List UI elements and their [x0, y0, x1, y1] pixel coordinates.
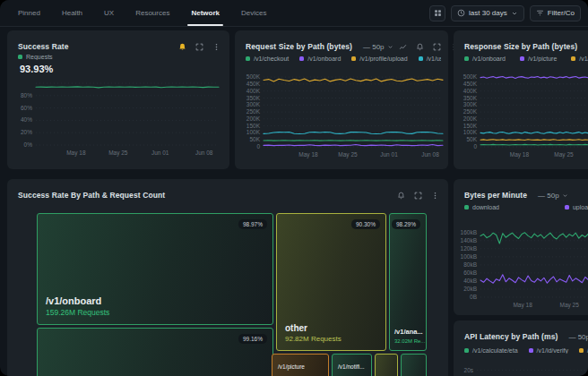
legend-item[interactable]: /v1/checkout — [246, 56, 289, 62]
percentile-label: — 50p — [568, 333, 588, 341]
success-rate-badge: 99.16% — [238, 334, 267, 344]
success-rate-chart[interactable]: 0%20%40%60%80%May 18May 25Jun 01Jun 08 — [16, 81, 220, 158]
legend-item[interactable]: /v1/user/<id>/profile — [419, 56, 441, 62]
legend-item[interactable]: /v1/picture — [520, 56, 557, 62]
expand-icon[interactable] — [433, 43, 441, 51]
treemap-cell-unlabeled[interactable]: 99.16% — [37, 328, 273, 376]
panel-title: Success Rate — [18, 42, 68, 51]
alert-bell-icon[interactable] — [397, 192, 405, 200]
legend-dot — [520, 56, 524, 61]
svg-text:Jun 01: Jun 01 — [151, 150, 169, 156]
tab-ux[interactable]: UX — [104, 0, 114, 26]
treemap-cell-other[interactable]: 90.30%other92.82M Requests — [276, 213, 386, 351]
tab-health[interactable]: Health — [62, 0, 82, 26]
percentile-dropdown[interactable]: — 50p — [568, 333, 588, 341]
dashboard-tabs: PinnedHealthUXResourcesNetworkDevices — [18, 0, 266, 26]
svg-text:May 25: May 25 — [560, 302, 580, 309]
tab-network[interactable]: Network — [191, 0, 220, 26]
path-success-header: Success Rate By Path & Request Count — [7, 179, 448, 202]
svg-text:50K: 50K — [466, 136, 477, 142]
percentile-dropdown[interactable]: — 50p — [538, 192, 568, 200]
apps-grid-icon — [434, 9, 442, 17]
success-rate-badge: 98.97% — [238, 219, 267, 229]
legend-item[interactable]: /v1/profile/upload — [571, 56, 588, 62]
svg-text:400K: 400K — [246, 88, 261, 94]
chevron-down-icon — [511, 10, 518, 17]
success-rate-panel: Success Rate Requests 93.93% 0%20%40%60%… — [7, 30, 229, 169]
api-latency-header: API Latency by Path (ms) — 50p — [454, 320, 588, 344]
svg-text:60kB: 60kB — [463, 269, 477, 276]
treemap-cell-v1-ana[interactable]: 98.29%/v1/ana...32.02M Re... — [389, 213, 427, 351]
tab-devices[interactable]: Devices — [241, 0, 266, 26]
legend-item[interactable]: /v1/onboard — [464, 56, 506, 62]
svg-text:100K: 100K — [246, 129, 261, 135]
legend-item[interactable]: /v1/onboard — [579, 347, 588, 354]
svg-text:40kB: 40kB — [463, 278, 477, 284]
api-latency-chart[interactable]: 20s — [457, 360, 588, 376]
response-size-chart[interactable]: 050K100K150K200K250K300K350K400K450K500K… — [457, 72, 588, 159]
cell-request-count: 159.26M Requests — [46, 308, 109, 317]
legend-item[interactable]: Requests — [18, 54, 53, 60]
chevron-down-icon — [387, 44, 393, 50]
bytes-per-minute-chart[interactable]: 0B20kB40kB60kB80kB100kB120kB140kB160kBMa… — [455, 224, 588, 310]
treemap-cell-v1-onboard[interactable]: 98.97%/v1/onboard159.26M Requests — [37, 213, 273, 325]
request-size-panel: Request Size by Path (bytes) — 50p — [235, 30, 448, 169]
path-success-treemap: 98.97%/v1/onboard159.26M Requests99.16%9… — [37, 213, 427, 376]
percentile-label: — 50p — [538, 192, 559, 200]
kebab-menu-icon[interactable] — [431, 192, 439, 200]
legend-label: /v1/profile/upload — [359, 56, 407, 62]
legend-item[interactable]: /v1/profile/upload — [351, 56, 407, 62]
legend-item[interactable]: /v1/calculate/eta — [464, 347, 518, 354]
legend-dot — [419, 56, 423, 61]
svg-text:May 18: May 18 — [66, 150, 86, 157]
svg-text:400K: 400K — [463, 88, 478, 94]
percentile-dropdown[interactable]: — 50p — [363, 43, 393, 51]
time-range-selector[interactable]: last 30 days — [451, 5, 524, 21]
layout-grid-button[interactable] — [429, 5, 445, 21]
panel-title: Success Rate By Path & Request Count — [18, 191, 165, 200]
response-size-panel: Response Size by Path (bytes) — 50p /v1/… — [454, 30, 588, 169]
alert-bell-active-icon[interactable] — [178, 43, 186, 51]
svg-text:40%: 40% — [21, 116, 32, 123]
legend-item[interactable]: /v1/id/verify — [529, 347, 568, 354]
response-size-header: Response Size by Path (bytes) — 50p — [454, 30, 588, 54]
filter-compare-button[interactable]: Filter/Co — [530, 5, 581, 21]
tab-pinned[interactable]: Pinned — [18, 0, 40, 26]
expand-icon[interactable] — [195, 43, 203, 51]
svg-text:450K: 450K — [246, 81, 261, 87]
alert-bell-icon[interactable] — [416, 43, 424, 51]
svg-text:350K: 350K — [246, 95, 261, 101]
treemap-cell-v1-notifi[interactable]: /v1/notifi... — [332, 354, 372, 376]
panel-title: Request Size by Path (bytes) — [246, 42, 352, 51]
trend-graph-icon[interactable] — [399, 43, 407, 51]
filter-compare-label: Filter/Co — [548, 9, 575, 17]
percentile-label: — 50p — [363, 43, 385, 51]
panel-title: Response Size by Path (bytes) — [464, 42, 577, 51]
filter-icon — [536, 9, 544, 17]
svg-text:140kB: 140kB — [461, 237, 477, 244]
treemap-cell-unlabeled[interactable] — [401, 354, 427, 376]
svg-text:20s: 20s — [464, 367, 474, 373]
treemap-cell-unlabeled[interactable] — [375, 354, 398, 376]
treemap-cell-v1-picture[interactable]: /v1/picture — [272, 354, 329, 376]
svg-text:450K: 450K — [463, 81, 478, 87]
api-latency-legend: /v1/calculate/eta/v1/id/verify/v1/onboar… — [464, 347, 588, 354]
time-range-label: last 30 days — [469, 9, 507, 17]
svg-text:May 25: May 25 — [338, 151, 358, 158]
svg-text:20kB: 20kB — [463, 286, 477, 292]
expand-icon[interactable] — [414, 192, 422, 200]
svg-text:0%: 0% — [24, 141, 33, 148]
svg-text:May 25: May 25 — [108, 150, 128, 157]
cell-request-count: 92.82M Requests — [285, 335, 342, 343]
legend-item[interactable]: /v1/onboard — [299, 56, 341, 62]
svg-text:500K: 500K — [463, 73, 478, 80]
svg-text:250K: 250K — [246, 108, 261, 115]
legend-item[interactable]: download — [464, 204, 499, 210]
panel-actions — [178, 43, 220, 51]
legend-item[interactable]: upload — [565, 204, 588, 210]
tab-resources[interactable]: Resources — [135, 0, 169, 26]
kebab-menu-icon[interactable] — [212, 43, 220, 51]
request-size-chart[interactable]: 050K100K150K200K250K300K350K400K450K500K… — [240, 72, 445, 159]
svg-text:150K: 150K — [246, 123, 261, 129]
success-rate-legend: Requests — [18, 54, 222, 60]
